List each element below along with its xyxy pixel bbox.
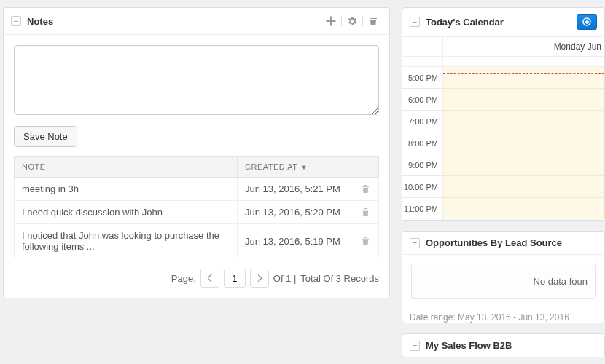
pagination: Page: Of 1 | Total Of 3 Records — [14, 269, 379, 288]
column-header-note[interactable]: NOTE — [15, 157, 238, 178]
calendar-panel: − Today's Calendar Monday Jun 5:00 PM 6:… — [402, 7, 605, 221]
page-input[interactable] — [224, 269, 246, 288]
time-label: 11:00 PM — [402, 198, 443, 220]
panel-title: Today's Calendar — [426, 17, 577, 28]
no-data-message: No data foun — [411, 264, 596, 299]
add-calendar-item-button[interactable] — [577, 14, 597, 30]
calendar-row[interactable]: 5:00 PM — [402, 67, 604, 89]
table-row: meeting in 3h Jun 13, 2016, 5:21 PM — [15, 178, 379, 201]
table-row: I need quick discussion with John Jun 13… — [15, 201, 379, 224]
time-label: 6:00 PM — [402, 89, 443, 110]
note-created-at: Jun 13, 2016, 5:21 PM — [238, 178, 354, 201]
collapse-button[interactable]: − — [11, 16, 21, 26]
note-textarea[interactable] — [14, 45, 379, 115]
trash-icon[interactable] — [362, 184, 371, 194]
notes-panel-body: Save Note NOTE CREATED AT▼ me — [4, 35, 389, 298]
time-label: 8:00 PM — [402, 132, 443, 154]
note-created-at: Jun 13, 2016, 5:19 PM — [238, 224, 354, 258]
gear-icon[interactable] — [343, 14, 361, 28]
panel-title: Notes — [27, 16, 322, 27]
prev-page-button[interactable] — [200, 269, 219, 288]
calendar-row[interactable]: 9:00 PM — [402, 154, 604, 176]
save-note-button[interactable]: Save Note — [14, 126, 77, 147]
current-time-indicator — [443, 73, 604, 74]
calendar-day-label: Monday Jun — [443, 37, 604, 57]
sales-flow-panel-header: − My Sales Flow B2B — [402, 334, 604, 357]
trash-icon[interactable] — [362, 237, 371, 246]
trash-icon[interactable] — [364, 14, 382, 28]
trash-icon[interactable] — [362, 207, 371, 217]
calendar-row[interactable]: 10:00 PM — [402, 176, 604, 198]
column-header-actions — [354, 157, 379, 178]
calendar-row[interactable]: 8:00 PM — [402, 132, 604, 154]
column-header-created-at[interactable]: CREATED AT▼ — [238, 157, 354, 178]
notes-panel: − Notes Save Not — [3, 7, 390, 298]
table-row: I noticed that John was looking to purch… — [15, 224, 379, 258]
time-label: 5:00 PM — [402, 67, 443, 88]
of-label: Of 1 | — [273, 273, 297, 284]
opportunities-panel: − Opportunities By Lead Source No data f… — [402, 231, 605, 323]
time-label: 9:00 PM — [402, 154, 443, 175]
separator — [341, 16, 342, 26]
calendar-grid: Monday Jun 5:00 PM 6:00 PM 7:00 PM 8:00 … — [402, 36, 604, 220]
sort-desc-icon: ▼ — [300, 164, 307, 171]
move-icon[interactable] — [322, 14, 340, 28]
notes-panel-header: − Notes — [4, 8, 389, 35]
collapse-button[interactable]: − — [410, 238, 420, 248]
page-label: Page: — [171, 273, 196, 284]
calendar-row[interactable]: 7:00 PM — [402, 111, 604, 132]
separator — [362, 16, 363, 26]
total-records: Total Of 3 Records — [300, 273, 379, 284]
note-text: I need quick discussion with John — [15, 201, 238, 224]
panel-title: Opportunities By Lead Source — [426, 237, 597, 248]
note-created-at: Jun 13, 2016, 5:20 PM — [238, 201, 354, 224]
note-text: I noticed that John was looking to purch… — [15, 224, 238, 258]
note-text: meeting in 3h — [15, 178, 238, 201]
calendar-row[interactable]: 6:00 PM — [402, 89, 604, 111]
collapse-button[interactable]: − — [410, 17, 420, 27]
panel-title: My Sales Flow B2B — [426, 340, 597, 351]
sales-flow-panel: − My Sales Flow B2B — [402, 333, 605, 357]
time-label: 7:00 PM — [402, 111, 443, 132]
next-page-button[interactable] — [250, 269, 269, 288]
date-range: Date range: May 13, 2016 - Jun 13, 2016 — [402, 308, 604, 323]
opportunities-panel-header: − Opportunities By Lead Source — [402, 232, 604, 255]
collapse-button[interactable]: − — [410, 341, 420, 351]
notes-table: NOTE CREATED AT▼ meeting in 3h Jun 13, 2… — [14, 156, 379, 258]
calendar-row[interactable]: 11:00 PM — [402, 198, 604, 220]
time-label: 10:00 PM — [402, 176, 443, 197]
calendar-panel-header: − Today's Calendar — [402, 8, 604, 36]
